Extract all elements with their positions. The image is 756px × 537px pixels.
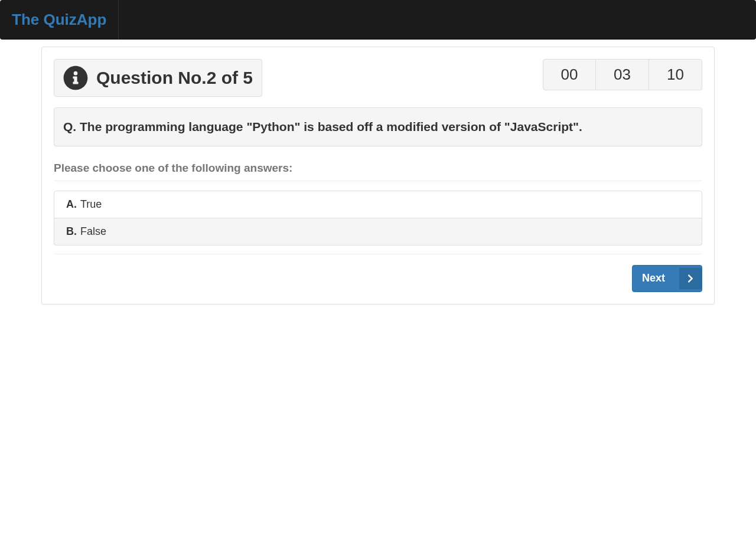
divider [54,181,702,181]
option-letter: B. [66,225,77,238]
quiz-panel: Question No.2 of 5 00 03 10 Q. The progr… [41,47,715,304]
timer: 00 03 10 [543,59,702,90]
option-a[interactable]: A. True [54,191,702,218]
next-button[interactable]: Next [632,265,702,292]
question-body: The programming language "Python" is bas… [80,120,582,133]
options-list: A. True B. False [54,191,702,245]
timer-hours-value: 00 [561,66,578,83]
instruction-text: Please choose one of the following answe… [54,162,702,175]
brand-link[interactable]: The QuizApp [0,0,119,39]
option-letter: A. [66,198,77,211]
question-number-box: Question No.2 of 5 [54,59,262,97]
option-text: True [80,198,102,211]
option-text: False [80,225,106,238]
next-button-label: Next [642,271,665,286]
question-number-label: Question No.2 of 5 [96,68,253,88]
timer-minutes-value: 03 [614,66,631,83]
question-text: Q. The programming language "Python" is … [63,120,693,134]
navbar: The QuizApp [0,0,756,40]
chevron-right-icon [679,268,702,289]
question-prefix: Q. [63,120,80,133]
footer-divider [54,254,702,254]
option-b[interactable]: B. False [54,218,702,245]
timer-minutes: 03 [596,59,649,90]
timer-seconds-value: 10 [667,66,684,83]
question-box: Q. The programming language "Python" is … [54,107,702,146]
timer-hours: 00 [543,59,596,90]
timer-seconds: 10 [649,59,702,90]
info-circle-icon [63,66,88,90]
